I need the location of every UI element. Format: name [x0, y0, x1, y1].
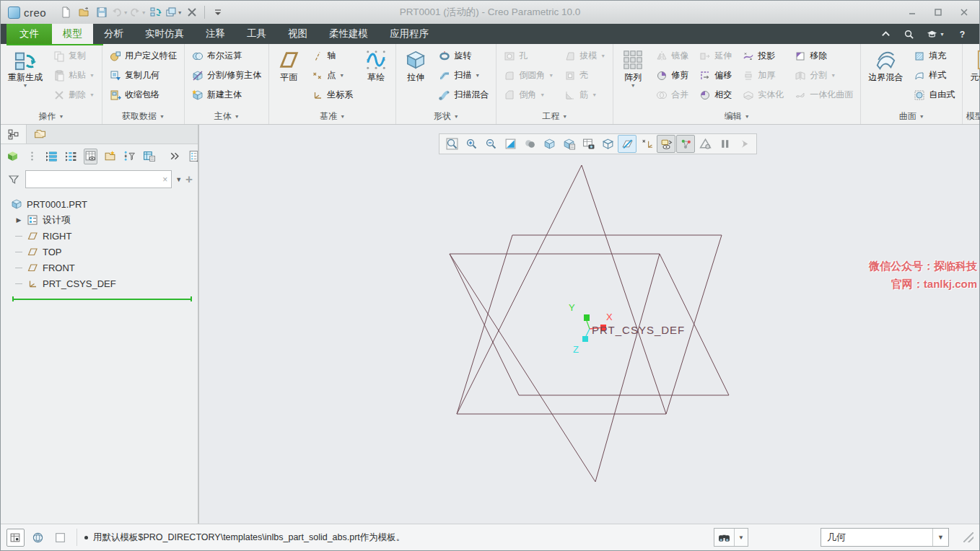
tree-filter-button[interactable] — [123, 149, 136, 164]
tab-工具[interactable]: 工具 — [236, 24, 277, 44]
group-label-基准[interactable]: 基准▼ — [269, 109, 395, 124]
more-chevron-button[interactable] — [167, 149, 181, 164]
expander-icon[interactable]: ▶ — [15, 216, 22, 224]
new-file-button[interactable] — [56, 4, 74, 21]
csys-label[interactable]: PRT_CSYS_DEF — [592, 324, 685, 336]
zoom-in-button[interactable] — [462, 135, 481, 153]
learning-center-button[interactable]: ▼ — [927, 29, 945, 40]
group-label-主体[interactable]: 主体▼ — [185, 109, 268, 124]
saved-orientations-button[interactable] — [559, 135, 578, 153]
button-扫描[interactable]: 扫描▼ — [434, 66, 493, 85]
button-投影[interactable]: 投影 — [738, 46, 788, 66]
tree-display-button[interactable] — [84, 149, 97, 164]
regenerate-qat-button[interactable] — [146, 4, 165, 21]
tab-分析[interactable]: 分析 — [93, 24, 134, 44]
maximize-button[interactable] — [927, 4, 949, 20]
search-button[interactable] — [904, 29, 914, 40]
save-button[interactable] — [92, 4, 110, 21]
graphics-area[interactable]: Y X Z PRT_CSYS_DEF 微信公众号：探临科技 官网：tanlkj.… — [199, 125, 979, 524]
minimize-button[interactable] — [901, 4, 923, 20]
customize-qat-button[interactable] — [209, 4, 227, 21]
zoom-out-button[interactable] — [481, 135, 500, 153]
button-自由式[interactable]: 自由式 — [909, 85, 959, 105]
close-button[interactable] — [953, 4, 975, 20]
insertion-indicator[interactable] — [12, 296, 192, 301]
button-复制几何[interactable]: 复制几何 — [105, 66, 181, 85]
button-相交[interactable]: 相交 — [695, 85, 736, 105]
button-移除[interactable]: 移除 — [790, 46, 857, 66]
selection-filter-arrow[interactable]: ▼ — [932, 529, 948, 546]
dragger-button[interactable] — [676, 135, 695, 153]
add-filter-button[interactable]: + — [185, 172, 193, 187]
zoom-region-button[interactable] — [442, 135, 461, 153]
pause-button[interactable] — [715, 135, 734, 153]
close-window-button[interactable] — [183, 4, 201, 21]
show-items-button[interactable] — [6, 149, 19, 164]
tab-应用程序[interactable]: 应用程序 — [379, 24, 439, 44]
help-button[interactable]: ? — [957, 29, 968, 40]
button-用户定义特征[interactable]: 用户定义特征 — [105, 46, 181, 66]
tree-item-TOP[interactable]: TOP — [8, 244, 196, 260]
group-label-模型意图[interactable]: 模型意图▼ — [963, 109, 980, 124]
view-manager-button[interactable] — [579, 135, 598, 153]
tree-table-button[interactable] — [142, 149, 156, 164]
button-收缩包络[interactable]: 收缩包络 — [105, 85, 181, 105]
annotation-display-button[interactable] — [637, 135, 656, 153]
button-新建主体[interactable]: 新建主体 — [188, 85, 266, 105]
tree-item-RIGHT[interactable]: RIGHT — [8, 228, 196, 244]
tab-注释[interactable]: 注释 — [195, 24, 236, 44]
tab-实时仿真[interactable]: 实时仿真 — [134, 24, 195, 44]
find-button[interactable]: ▼ — [714, 528, 748, 547]
group-label-形状[interactable]: 形状▼ — [396, 109, 496, 124]
button-分割/修剪主体[interactable]: 分割/修剪主体 — [188, 66, 266, 85]
button-修剪[interactable]: 修剪 — [652, 66, 693, 85]
tab-柔性建模[interactable]: 柔性建模 — [318, 24, 379, 44]
folder-browser-tab[interactable] — [27, 125, 53, 144]
selection-filter-combo[interactable]: 几何 ▼ — [821, 528, 949, 547]
button-填充[interactable]: 填充 — [909, 46, 959, 66]
button-偏移[interactable]: 偏移 — [695, 66, 736, 85]
button-坐标系[interactable]: 坐标系 — [307, 85, 357, 105]
perspective-button[interactable] — [598, 135, 617, 153]
group-label-工程[interactable]: 工程▼ — [496, 109, 613, 124]
funnel-icon[interactable] — [6, 172, 22, 188]
spin-center-button[interactable] — [657, 135, 675, 153]
appearance-button[interactable] — [520, 135, 539, 153]
button-平面[interactable]: 平面 — [272, 46, 305, 84]
tree-item-设计项[interactable]: ▶设计项 — [8, 212, 196, 228]
button-旋转[interactable]: 旋转 — [434, 46, 493, 66]
blank-page-button[interactable] — [51, 529, 69, 547]
collapse-ribbon-button[interactable] — [880, 29, 891, 40]
button-重新生成[interactable]: 重新生成▼ — [4, 46, 47, 89]
button-点[interactable]: 点▼ — [307, 66, 357, 85]
web-browser-button[interactable] — [29, 529, 47, 547]
tab-视图[interactable]: 视图 — [277, 24, 318, 44]
button-阵列[interactable]: 阵列▼ — [616, 46, 649, 89]
button-元件界面[interactable]: 元件界面 — [966, 46, 980, 84]
tree-columns-button[interactable] — [64, 149, 78, 164]
button-扫描混合[interactable]: 扫描混合 — [434, 85, 493, 105]
display-style-button[interactable] — [540, 135, 559, 153]
refit-button[interactable] — [501, 135, 520, 153]
open-button[interactable] — [74, 4, 92, 21]
button-布尔运算[interactable]: 布尔运算 — [188, 46, 266, 66]
windows-button[interactable]: ▼ — [165, 4, 183, 21]
button-拉伸[interactable]: 拉伸 — [399, 46, 432, 84]
group-label-曲面[interactable]: 曲面▼ — [861, 109, 962, 124]
tree-item-FRONT[interactable]: FRONT — [8, 260, 196, 276]
datum-display-button[interactable] — [618, 135, 636, 153]
tree-item-PRT_CSYS_DEF[interactable]: PRT_CSYS_DEF — [8, 276, 196, 291]
resize-grip[interactable] — [963, 532, 974, 542]
open-settings-button[interactable] — [103, 149, 117, 164]
tree-search-field[interactable]: × — [25, 170, 172, 188]
tab-文件[interactable]: 文件 — [6, 24, 52, 44]
search-options-dropdown[interactable]: ▼ — [175, 176, 182, 183]
clear-search-icon[interactable]: × — [162, 175, 167, 185]
model-tree-tab[interactable] — [1, 125, 27, 144]
group-label-操作[interactable]: 操作▼ — [1, 109, 102, 124]
find-dropdown-arrow[interactable]: ▼ — [734, 529, 748, 546]
group-label-获取数据[interactable]: 获取数据▼ — [102, 109, 184, 124]
button-轴[interactable]: 轴 — [307, 46, 357, 66]
toggle-navigator-button[interactable] — [6, 529, 25, 547]
tree-search-input[interactable] — [30, 175, 162, 185]
